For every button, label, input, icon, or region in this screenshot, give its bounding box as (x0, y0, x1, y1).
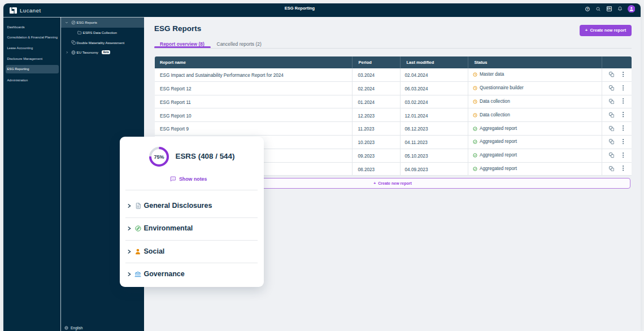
svg-text:75%: 75% (154, 154, 164, 159)
